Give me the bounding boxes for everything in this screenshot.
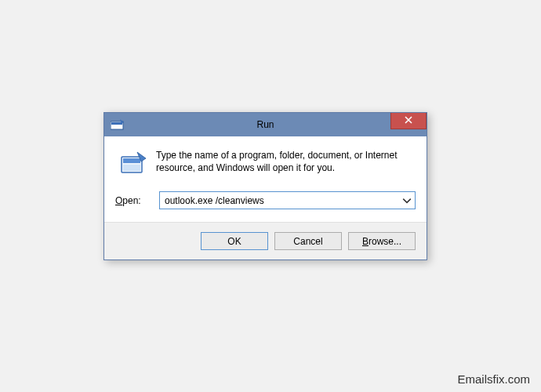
chevron-down-icon[interactable] (402, 196, 412, 205)
svg-rect-1 (111, 122, 122, 125)
close-icon (405, 115, 412, 126)
svg-rect-4 (123, 165, 140, 171)
close-button[interactable] (390, 113, 427, 129)
button-area: OK Cancel Browse... (104, 222, 427, 260)
open-input-value: outlook.exe /cleanviews (165, 195, 264, 206)
titlebar[interactable]: Run (104, 113, 427, 136)
open-combobox[interactable]: outlook.exe /cleanviews (159, 191, 416, 209)
run-program-icon (120, 151, 147, 177)
cancel-button[interactable]: Cancel (274, 232, 342, 250)
info-text: Type the name of a program, folder, docu… (156, 149, 416, 174)
window-title: Run (104, 119, 427, 130)
run-titlebar-icon (111, 119, 125, 130)
watermark-text: Emailsfix.com (457, 372, 530, 386)
info-row: Type the name of a program, folder, docu… (115, 149, 416, 177)
open-label: Open: (115, 195, 151, 206)
svg-rect-3 (123, 158, 140, 163)
open-input-row: Open: outlook.exe /cleanviews (115, 191, 416, 209)
ok-button[interactable]: OK (201, 232, 268, 250)
browse-button[interactable]: Browse... (348, 232, 416, 250)
run-dialog: Run Type the name of a program, folder, … (103, 112, 427, 260)
dialog-body: Type the name of a program, folder, docu… (104, 136, 427, 222)
